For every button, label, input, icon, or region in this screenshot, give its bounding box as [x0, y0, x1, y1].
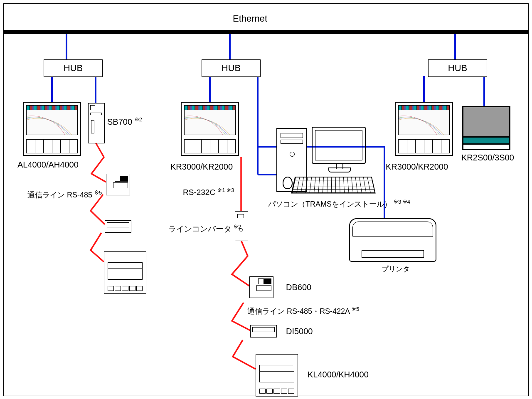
rs485-line-label: 通信ライン RS-485 ※5: [27, 190, 102, 200]
kl4000-device: [256, 354, 298, 397]
panel-meter-1: [105, 220, 131, 233]
sb700-device: [88, 103, 105, 143]
hub-2-label: HUB: [222, 63, 241, 74]
line-converter-label: ラインコンバータ ※2: [168, 224, 241, 234]
al4000-label: AL4000/AH4000: [17, 160, 79, 170]
kl4000-label: KL4000/KH4000: [308, 370, 369, 379]
rs485-422-label: 通信ライン RS-485・RS-422A ※5: [247, 306, 359, 316]
diagram-stage: Ethernet: [0, 0, 532, 399]
hub-1-label: HUB: [64, 63, 83, 74]
chart-recorder-1: [104, 251, 146, 294]
kr2s-label: KR2S00/3S00: [461, 153, 514, 163]
sb700-label: SB700 ※2: [107, 116, 142, 127]
kr3000-right-label: KR3000/KR2000: [386, 162, 448, 172]
db600-label: DB600: [286, 283, 311, 292]
di5000-label: DI5000: [286, 327, 313, 336]
hub-3: HUB: [428, 59, 487, 77]
pc-keyboard: [291, 177, 376, 193]
al4000-device: [23, 102, 81, 156]
pc-mouse: [283, 177, 293, 189]
meter-1: [106, 174, 130, 195]
hub-2: HUB: [202, 59, 261, 77]
kr3000-left-label: KR3000/KR2000: [170, 162, 233, 172]
di5000-device: [250, 325, 277, 337]
hub-3-label: HUB: [448, 63, 467, 74]
hub-1: HUB: [44, 59, 103, 77]
kr3000-right-device: [395, 102, 453, 156]
printer-label: プリンタ: [382, 264, 410, 274]
db600-device: [249, 276, 273, 298]
kr2s-device: [462, 106, 510, 150]
pc-label: パソコン（TRAMSをインストール） ※3 ※4: [268, 199, 410, 209]
kr3000-left-device: [181, 102, 239, 156]
pc-monitor: [312, 127, 366, 172]
rs232c-label: RS-232C ※1 ※3: [183, 187, 234, 197]
printer-device: [349, 218, 436, 262]
